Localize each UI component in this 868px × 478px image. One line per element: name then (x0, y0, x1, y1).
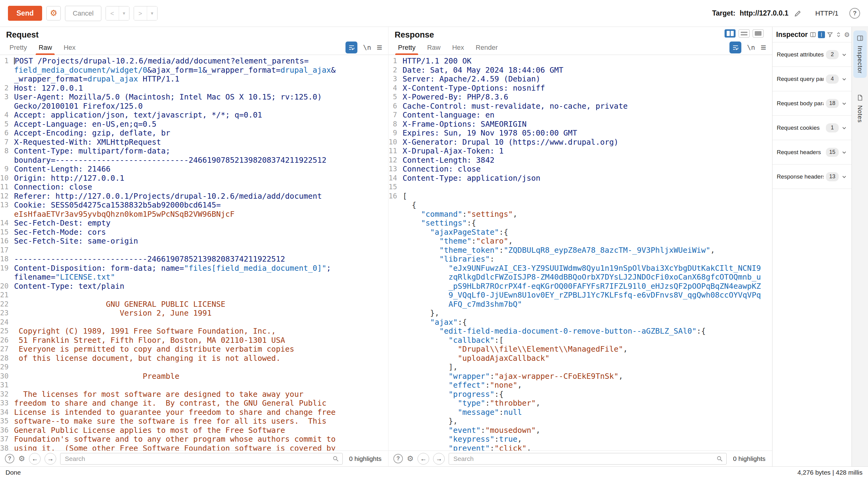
request-menu-icon[interactable]: ≡ (377, 43, 382, 52)
line-number: 16 (0, 237, 14, 246)
line-number: 35 (0, 417, 14, 426)
inspector-section-request-attributes[interactable]: Request attributes 2 (772, 42, 851, 67)
search-next-button[interactable]: → (44, 453, 56, 465)
response-panel: Response Pretty Raw Hex Render \n ≡ (388, 27, 772, 467)
inspector-section-request-cookies[interactable]: Request cookies 1 (772, 116, 851, 140)
request-tab-pretty[interactable]: Pretty (4, 40, 33, 55)
side-tab-notes[interactable]: Notes (854, 90, 867, 127)
filter-icon[interactable] (827, 31, 834, 38)
line-number (389, 300, 403, 309)
send-button[interactable]: Send (8, 6, 42, 21)
side-tab-inspector[interactable]: Inspector (854, 31, 867, 78)
line-number (0, 156, 14, 165)
request-title: Request (6, 30, 39, 40)
search-icon (332, 455, 339, 464)
response-tab-pretty[interactable]: Pretty (392, 40, 421, 55)
search-prev-button[interactable]: ← (417, 453, 429, 465)
request-tabbar: Pretty Raw Hex \n ≡ (0, 40, 388, 55)
search-next-button[interactable]: → (433, 453, 445, 465)
code-line: 12Content-Length: 3842 (389, 156, 772, 165)
burp-repeater-window: Send ⚙ Cancel < ▾ > ▾ Target: http://127… (0, 0, 868, 478)
request-tab-hex[interactable]: Hex (58, 40, 81, 55)
code-line: _pS9HLbR7ROcrPX4f-eqKGrOQ00FAFYFsR7IFZL9… (389, 282, 772, 291)
line-number (389, 327, 403, 336)
search-help-icon[interactable]: ? (5, 454, 14, 464)
line-number: 16 (389, 192, 403, 201)
cancel-button[interactable]: Cancel (65, 6, 101, 21)
code-line: 29 (0, 363, 388, 372)
line-number (389, 255, 403, 264)
history-forward-dropdown[interactable]: ▾ (147, 6, 157, 20)
section-label: Request attributes (777, 51, 824, 58)
history-back-dropdown[interactable]: ▾ (119, 6, 129, 20)
code-line: 11X-Drupal-Ajax-Token: 1 (389, 147, 772, 156)
code-line: 23 Version 2, June 1991 (0, 308, 388, 318)
code-line: 27 Everyone is permitted to copy and dis… (0, 345, 388, 354)
code-line: "theme":"claro", (389, 237, 772, 246)
inspector-view-split-icon[interactable] (818, 31, 825, 38)
show-nonprintable-button[interactable]: \n (363, 43, 371, 51)
line-number (389, 345, 403, 354)
request-tab-raw[interactable]: Raw (33, 40, 58, 55)
code-line: "message":null (389, 408, 772, 417)
layout-rows-icon[interactable] (739, 29, 750, 37)
line-number: 17 (0, 246, 14, 255)
code-line: "type":"throbber", (389, 399, 772, 408)
request-editor[interactable]: 1POST /Projects/drupal-10.2.6/media/add/… (0, 55, 388, 451)
inspector-section-request-headers[interactable]: Request headers 15 (772, 140, 851, 165)
code-line: 9Content-Length: 21466 (0, 165, 388, 174)
wrap-lines-icon[interactable] (730, 41, 741, 53)
response-search-input[interactable] (448, 453, 726, 465)
layout-columns-icon[interactable] (724, 29, 736, 37)
inspector-section-query-parameters[interactable]: Request query parameters 4 (772, 67, 851, 91)
help-icon[interactable]: ? (849, 8, 860, 19)
send-settings-button[interactable]: ⚙ (46, 6, 61, 21)
search-input-wrap (60, 453, 342, 465)
inspector-view-columns-icon[interactable] (809, 31, 816, 38)
history-forward-button[interactable]: > (134, 6, 147, 20)
code-line: filename="LICENSE.txt" (0, 273, 388, 282)
code-line: 5X-Powered-By: PHP/8.3.6 (389, 92, 772, 102)
target-url: http://127.0.0.1 (740, 9, 788, 18)
line-number (389, 336, 403, 345)
code-line: 7X-Requested-With: XMLHttpRequest (0, 138, 388, 147)
wrap-lines-icon[interactable] (345, 41, 358, 53)
response-menu-icon[interactable]: ≡ (761, 43, 766, 52)
http-version-toggle[interactable]: HTTP/1 (815, 9, 838, 18)
code-line: 36General Public License applies to most… (0, 426, 388, 435)
code-line: 30 Preamble (0, 372, 388, 381)
response-tab-raw[interactable]: Raw (421, 40, 446, 55)
layout-single-icon[interactable] (753, 29, 764, 37)
history-back-group: < ▾ (105, 6, 129, 21)
inspector-section-response-headers[interactable]: Response headers 13 (772, 165, 851, 189)
code-line: 21 (0, 291, 388, 300)
inspector-section-body-parameters[interactable]: Request body parameters 18 (772, 91, 851, 116)
search-prev-button[interactable]: ← (29, 453, 40, 465)
line-number: 6 (389, 102, 403, 111)
expand-collapse-all-icon[interactable] (835, 31, 842, 38)
response-tab-hex[interactable]: Hex (446, 40, 470, 55)
line-number: 24 (0, 318, 14, 327)
side-tab-label: Inspector (857, 46, 863, 73)
response-tab-render[interactable]: Render (470, 40, 504, 55)
code-line: 16Sec-Fetch-Site: same-origin (0, 237, 388, 246)
request-search-input[interactable] (60, 453, 342, 465)
code-line: "keypress":true, (389, 435, 772, 444)
search-settings-icon[interactable]: ⚙ (407, 455, 413, 462)
edit-target-icon[interactable] (794, 9, 802, 18)
show-nonprintable-button[interactable]: \n (747, 43, 755, 51)
section-count-badge: 15 (826, 148, 839, 157)
section-label: Request query parameters (777, 76, 824, 82)
line-number: 9 (389, 128, 403, 138)
response-editor[interactable]: 1HTTP/1.1 200 OK2Date: Sat, 04 May 2024 … (389, 55, 772, 451)
line-number (389, 201, 403, 210)
chevron-down-icon (841, 149, 847, 155)
history-back-button[interactable]: < (106, 6, 119, 20)
search-help-icon[interactable]: ? (394, 454, 403, 464)
code-line: _wrapper_format=drupal_ajax HTTP/1.1 (0, 74, 388, 84)
code-line: "eJx9UNFuwzAI_CE3-YZ9SUUIWdmw8Qyu1n19nSp… (389, 264, 772, 273)
code-line: "command":"settings", (389, 210, 772, 219)
search-settings-icon[interactable]: ⚙ (18, 455, 25, 462)
inspector-settings-icon[interactable]: ⚙ (844, 31, 850, 38)
response-tab-icons: \n ≡ (730, 40, 769, 55)
